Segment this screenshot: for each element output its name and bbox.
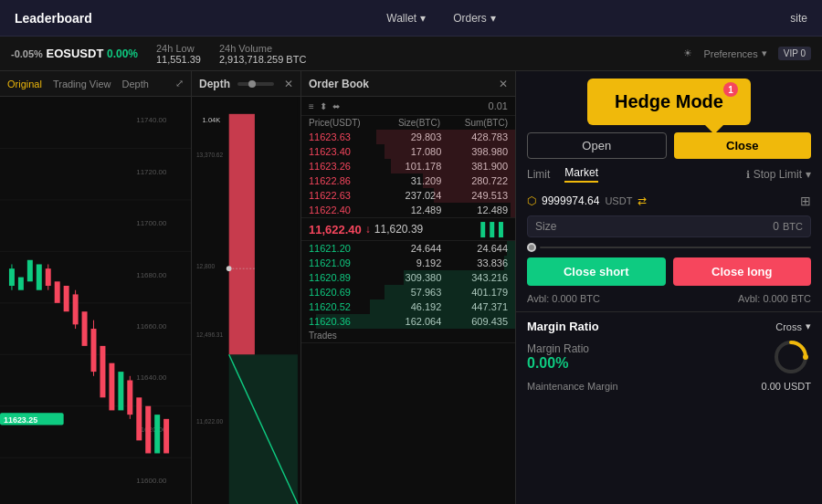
svg-rect-41 bbox=[229, 114, 255, 354]
close-long-button[interactable]: Close long bbox=[673, 257, 812, 286]
slider-track[interactable] bbox=[540, 247, 811, 248]
slider-row bbox=[516, 243, 822, 257]
margin-ratio-section: Margin Ratio Cross ▾ Margin Ratio 0.00% bbox=[516, 311, 822, 392]
market-tab[interactable]: Market bbox=[564, 166, 598, 183]
close-short-button[interactable]: Close short bbox=[527, 257, 666, 286]
depth-title: Depth bbox=[199, 78, 230, 90]
order-mode-row: Limit Market ℹ Stop Limit ▾ bbox=[516, 166, 822, 183]
sell-order-row[interactable]: 11622.63 237.024 249.513 bbox=[301, 188, 515, 203]
wallet-currency: USDT bbox=[605, 195, 632, 206]
nav-left: Leaderboard bbox=[15, 11, 92, 26]
site-link[interactable]: site bbox=[790, 12, 807, 25]
svg-text:13,370.62: 13,370.62 bbox=[196, 152, 224, 158]
margin-ratio-label: Margin Ratio bbox=[527, 342, 589, 355]
ob-col-size-header: Size(BTC) bbox=[376, 118, 440, 128]
buy-order-row[interactable]: 11621.20 24.644 24.644 bbox=[301, 241, 515, 256]
tab-trading-view[interactable]: Trading View bbox=[53, 79, 111, 89]
wallet-balance: 9999974.64 bbox=[542, 194, 599, 207]
ticker-bar: -0.05% EOSUSDT 0.00% 24h Low 11,551.39 2… bbox=[0, 37, 822, 71]
svg-rect-34 bbox=[136, 397, 142, 440]
open-close-row: Open Close bbox=[516, 132, 822, 159]
buy-order-row[interactable]: 11620.36 162.064 609.435 bbox=[301, 314, 515, 329]
ob-header: Order Book ✕ bbox=[301, 71, 515, 97]
trades-label: Trades bbox=[301, 329, 515, 343]
maintenance-row: Maintenance Margin 0.00 USDT bbox=[527, 381, 811, 392]
sell-order-row[interactable]: 11623.40 17.080 398.980 bbox=[301, 144, 515, 159]
size-unit: BTC bbox=[783, 221, 803, 232]
ticker-low: 24h Low 11,551.39 bbox=[156, 43, 201, 65]
ob-mid-value: 11,622.40 bbox=[309, 223, 362, 236]
svg-text:11740.00: 11740.00 bbox=[136, 116, 166, 124]
svg-text:11660.00: 11660.00 bbox=[136, 322, 166, 331]
depth-close-icon[interactable]: ✕ bbox=[284, 78, 293, 90]
preferences-button[interactable]: Preferences ▾ bbox=[703, 47, 766, 59]
close-button[interactable]: Close bbox=[674, 132, 812, 159]
buy-order-row[interactable]: 11620.89 309.380 343.216 bbox=[301, 270, 515, 285]
main-layout: Original Trading View Depth ⤢ 11740.00 1… bbox=[0, 71, 822, 504]
hedge-mode-wrapper: Hedge Mode 1 bbox=[587, 79, 751, 125]
buy-order-row[interactable]: 11620.69 57.963 401.179 bbox=[301, 285, 515, 299]
avbl-long-label: Avbl: 0.000 BTC bbox=[669, 293, 812, 304]
slider-handle[interactable] bbox=[527, 243, 536, 252]
stop-limit-tab[interactable]: ℹ Stop Limit ▾ bbox=[746, 168, 811, 181]
order-book: Order Book ✕ ≡ ⬍ ⬌ 0.01 Price(USDT) Size… bbox=[301, 71, 516, 504]
size-input-wrap: Size 0 BTC bbox=[527, 215, 811, 237]
ob-col-price-header: Price(USDT) bbox=[309, 118, 373, 128]
open-button[interactable]: Open bbox=[527, 132, 667, 159]
sell-order-row[interactable]: 11622.40 12.489 12.489 bbox=[301, 203, 515, 217]
action-buttons: Close short Close long bbox=[516, 257, 822, 286]
wallet-left: ⬡ 9999974.64 USDT ⇄ bbox=[527, 194, 647, 207]
svg-rect-17 bbox=[18, 278, 24, 290]
svg-rect-30 bbox=[109, 363, 114, 411]
right-panel: Hedge Mode 1 Open Close Limit Market ℹ S… bbox=[516, 71, 822, 504]
ob-icon-1[interactable]: ≡ bbox=[309, 101, 314, 111]
sell-order-row[interactable]: 11622.86 31.209 280.722 bbox=[301, 173, 515, 188]
margin-ratio-title: Margin Ratio bbox=[527, 320, 599, 333]
svg-rect-22 bbox=[55, 281, 60, 303]
tab-original[interactable]: Original bbox=[7, 79, 42, 89]
ticker-volume: 24h Volume 2,913,718.259 BTC bbox=[219, 43, 306, 65]
calculator-icon[interactable]: ⊞ bbox=[800, 194, 811, 208]
wallet-row: ⬡ 9999974.64 USDT ⇄ ⊞ bbox=[516, 190, 822, 212]
sell-order-row[interactable]: 11623.26 101.178 381.900 bbox=[301, 159, 515, 173]
buy-order-row[interactable]: 11621.09 9.192 33.836 bbox=[301, 256, 515, 270]
top-nav: Leaderboard Wallet ▾ Orders ▾ site bbox=[0, 0, 822, 37]
sell-order-row[interactable]: 11623.63 29.803 428.783 bbox=[301, 130, 515, 144]
chart-area: Original Trading View Depth ⤢ 11740.00 1… bbox=[0, 71, 192, 504]
margin-gauge-icon bbox=[771, 337, 811, 377]
expand-icon[interactable]: ⤢ bbox=[175, 78, 184, 89]
maintenance-value: 0.00 USDT bbox=[762, 381, 811, 392]
depth-panel: Depth ✕ 1.04K 13,370.62 bbox=[192, 71, 301, 504]
ob-icon-2[interactable]: ⬍ bbox=[320, 101, 327, 111]
svg-text:11640.00: 11640.00 bbox=[136, 374, 166, 383]
nav-right: site bbox=[790, 12, 807, 25]
svg-point-52 bbox=[803, 354, 808, 360]
svg-text:12,496.31: 12,496.31 bbox=[196, 331, 224, 338]
svg-rect-23 bbox=[64, 286, 69, 311]
ob-mid-arrow-icon: ↓ bbox=[365, 223, 371, 236]
buy-order-row[interactable]: 11620.52 46.192 447.371 bbox=[301, 299, 515, 314]
vip-badge: VIP 0 bbox=[778, 47, 811, 60]
depth-chart: 1.04K 13,370.62 12,800 12,496.31 11,622.… bbox=[192, 97, 300, 504]
maintenance-label: Maintenance Margin bbox=[527, 381, 618, 392]
brightness-icon[interactable]: ☀ bbox=[683, 47, 692, 59]
ob-icon-3[interactable]: ⬌ bbox=[332, 101, 340, 111]
svg-rect-26 bbox=[82, 311, 88, 346]
brand-label: Leaderboard bbox=[15, 11, 92, 26]
svg-rect-37 bbox=[163, 419, 169, 454]
ob-spread: 0.01 bbox=[489, 100, 508, 111]
size-value: 0 bbox=[773, 220, 779, 233]
svg-rect-35 bbox=[145, 406, 151, 454]
wallet-nav-item[interactable]: Wallet ▾ bbox=[386, 12, 426, 25]
cross-dropdown[interactable]: Cross ▾ bbox=[775, 320, 811, 332]
order-book-close-icon[interactable]: ✕ bbox=[499, 78, 508, 90]
orders-nav-item[interactable]: Orders ▾ bbox=[453, 12, 496, 25]
limit-tab[interactable]: Limit bbox=[527, 168, 550, 181]
depth-header: Depth ✕ bbox=[192, 71, 300, 97]
hedge-mode-label: Hedge Mode bbox=[615, 91, 723, 111]
wallet-transfer-icon[interactable]: ⇄ bbox=[638, 194, 647, 207]
svg-text:11700.00: 11700.00 bbox=[136, 219, 166, 227]
tab-depth[interactable]: Depth bbox=[122, 79, 149, 89]
hedge-mode-container: Hedge Mode 1 bbox=[516, 71, 822, 125]
ob-mid-alt-value: 11,620.39 bbox=[374, 223, 423, 236]
